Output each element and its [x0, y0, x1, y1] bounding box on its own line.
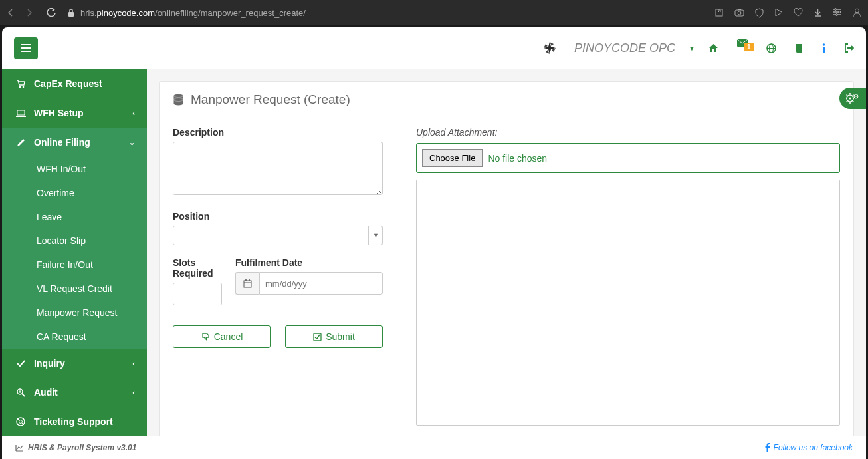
notification-badge: 1	[744, 43, 754, 51]
attachment-dropzone[interactable]	[416, 180, 840, 426]
sidebar-subitem-ca-request[interactable]: CA Request	[2, 325, 147, 349]
company-dropdown[interactable]: ▼	[689, 45, 695, 52]
pencil-icon	[14, 138, 27, 147]
database-icon	[173, 94, 184, 106]
cancel-button[interactable]: Cancel	[173, 325, 271, 348]
share-icon[interactable]	[714, 8, 724, 18]
sidebar-item-ticketing-support[interactable]: Ticketing Support	[2, 407, 147, 436]
version-text: HRIS & Payroll System v3.01	[28, 443, 136, 452]
chart-icon	[15, 444, 24, 452]
sidebar-subitem-manpower-request[interactable]: Manpower Request	[2, 301, 147, 325]
shield-icon[interactable]	[755, 8, 764, 18]
sidebar-label: Ticketing Support	[34, 416, 113, 427]
back-button[interactable]	[7, 9, 15, 17]
svg-rect-33	[244, 281, 251, 287]
check-square-icon	[313, 333, 322, 341]
svg-point-16	[19, 86, 21, 88]
position-select[interactable]	[173, 226, 383, 245]
file-status: No file chosen	[488, 153, 547, 164]
sidebar-item-audit[interactable]: Audit ‹	[2, 378, 147, 407]
svg-point-41	[855, 96, 857, 97]
settings-floating-button[interactable]	[839, 88, 866, 109]
lock-icon	[67, 8, 75, 17]
camera-icon[interactable]	[734, 8, 744, 18]
slots-input[interactable]	[173, 283, 222, 305]
svg-rect-18	[17, 110, 25, 115]
thumbs-down-icon	[201, 333, 210, 341]
app-frame: PINOYCODE OPC ▼ 1 CapEx Request	[2, 27, 866, 459]
download-icon[interactable]	[814, 8, 822, 18]
position-label: Position	[173, 211, 383, 222]
sidebar-subitem-wfh-in-out[interactable]: WFH In/Out	[2, 157, 147, 181]
sidebar-label: WFH Setup	[34, 108, 84, 118]
settings-lines-icon[interactable]	[833, 8, 842, 18]
facebook-icon	[765, 443, 770, 452]
mail-icon[interactable]: 1	[737, 39, 748, 58]
globe-icon[interactable]	[766, 43, 776, 53]
svg-point-8	[855, 9, 859, 13]
cancel-label: Cancel	[214, 331, 243, 342]
fulfilment-date-input[interactable]	[259, 272, 383, 295]
chevron-left-icon: ‹	[132, 109, 135, 117]
slots-label: Slots Required	[173, 257, 222, 279]
url-prefix: hris.	[80, 8, 97, 18]
info-icon[interactable]	[822, 43, 825, 53]
company-name: PINOYCODE OPC	[574, 41, 675, 55]
laptop-icon	[14, 110, 27, 117]
svg-point-25	[19, 420, 23, 424]
svg-rect-13	[796, 51, 802, 51]
sidebar-subitem-vl-request-credit[interactable]: VL Request Credit	[2, 277, 147, 301]
sidebar-submenu-online-filing: WFH In/Out Overtime Leave Locator Slip F…	[2, 157, 147, 349]
sidebar-subitem-locator-slip[interactable]: Locator Slip	[2, 229, 147, 253]
choose-file-button[interactable]: Choose File	[422, 149, 483, 167]
svg-line-21	[22, 394, 25, 396]
url-bar[interactable]: hris.pinoycode.com/onlinefiling/manpower…	[80, 8, 714, 18]
browser-chrome: hris.pinoycode.com/onlinefiling/manpower…	[0, 0, 868, 25]
play-icon[interactable]	[774, 8, 783, 18]
reload-button[interactable]	[47, 8, 56, 18]
zoom-icon	[14, 388, 27, 397]
calendar-icon[interactable]	[235, 272, 259, 295]
sidebar-item-inquiry[interactable]: Inquiry ‹	[2, 349, 147, 378]
book-icon[interactable]	[795, 43, 804, 53]
sidebar-label: CapEx Request	[34, 78, 102, 89]
sidebar-subitem-leave[interactable]: Leave	[2, 205, 147, 229]
submit-button[interactable]: Submit	[285, 325, 383, 348]
upload-label: Upload Attachment:	[416, 127, 840, 138]
page-title-text: Manpower Request (Create)	[191, 92, 350, 107]
company-logo-icon	[542, 41, 557, 55]
sidebar-toggle-button[interactable]	[14, 37, 38, 59]
chevron-left-icon: ‹	[132, 359, 135, 367]
form-panel: Manpower Request (Create) Description Po…	[159, 81, 854, 436]
sidebar-subitem-failure-in-out[interactable]: Failure In/Out	[2, 253, 147, 277]
svg-rect-37	[314, 333, 321, 341]
svg-point-14	[823, 43, 825, 46]
life-ring-icon	[14, 417, 27, 426]
logout-icon[interactable]	[844, 43, 854, 53]
main-content: Manpower Request (Create) Description Po…	[147, 69, 866, 436]
svg-rect-2	[735, 10, 744, 16]
svg-rect-0	[68, 12, 74, 17]
svg-rect-19	[16, 116, 26, 117]
facebook-link[interactable]: Follow us on facebook	[765, 443, 853, 452]
url-path: /onlinefiling/manpower_request_create/	[155, 8, 306, 18]
cart-icon	[14, 80, 27, 88]
sidebar-subitem-overtime[interactable]: Overtime	[2, 181, 147, 205]
file-upload-box: Choose File No file chosen	[416, 143, 840, 173]
svg-point-3	[738, 11, 741, 15]
heart-icon[interactable]	[794, 8, 803, 18]
user-icon[interactable]	[853, 8, 861, 18]
sidebar: CapEx Request WFH Setup ‹ Online Filing …	[2, 69, 147, 436]
sidebar-label: Inquiry	[34, 358, 65, 369]
svg-rect-15	[823, 47, 825, 53]
sidebar-item-online-filing[interactable]: Online Filing ⌄	[2, 128, 147, 157]
sidebar-item-wfh-setup[interactable]: WFH Setup ‹	[2, 98, 147, 128]
svg-point-39	[849, 98, 851, 100]
description-input[interactable]	[173, 142, 383, 195]
sidebar-item-capex-request[interactable]: CapEx Request	[2, 69, 147, 98]
chevron-down-icon: ⌄	[129, 138, 135, 147]
forward-button[interactable]	[25, 9, 33, 17]
facebook-text: Follow us on facebook	[774, 443, 853, 452]
description-label: Description	[173, 127, 383, 138]
home-icon[interactable]	[708, 43, 718, 53]
